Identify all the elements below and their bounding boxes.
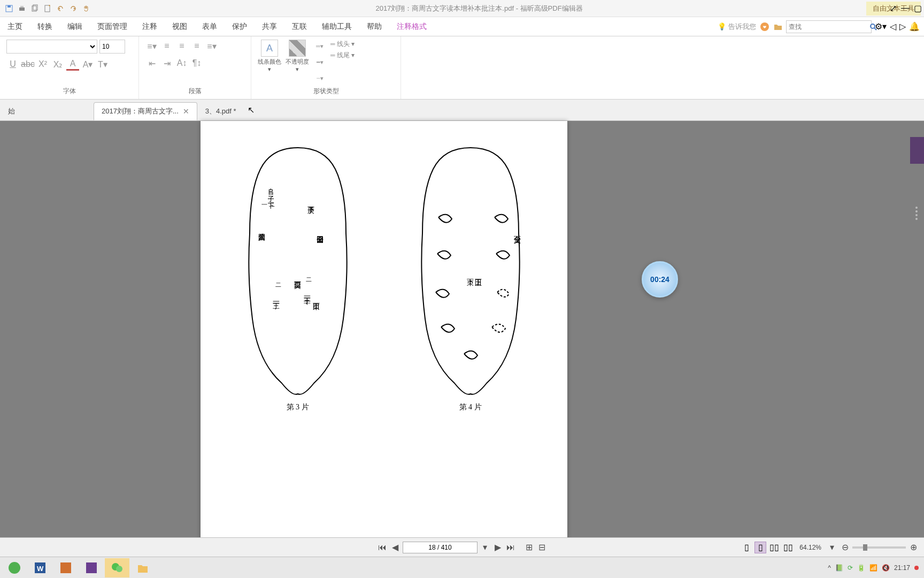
- tray-wifi-icon[interactable]: 📶: [869, 564, 877, 572]
- first-page-icon[interactable]: ⏮: [377, 542, 388, 553]
- highlight-icon[interactable]: A▾: [81, 58, 94, 71]
- document-tab-1[interactable]: 2017刘翔：商周古文字... ✕: [94, 102, 197, 120]
- nav-prev-icon[interactable]: ◁: [890, 21, 896, 32]
- maximize-icon[interactable]: ▢: [914, 3, 922, 13]
- svg-text:丁田朿: 丁田朿: [313, 303, 320, 310]
- recording-indicator-icon[interactable]: [914, 566, 919, 570]
- hand-icon[interactable]: [80, 3, 92, 14]
- reflow2-icon[interactable]: ⊟: [536, 542, 547, 553]
- tray-sync-icon[interactable]: ⟳: [848, 564, 853, 572]
- superscript-icon[interactable]: X²: [36, 58, 49, 71]
- tray-volume-icon[interactable]: 🔇: [882, 564, 890, 572]
- tab-share[interactable]: 共享: [255, 18, 284, 36]
- page-number-input[interactable]: [403, 542, 478, 553]
- document-tab-2[interactable]: 3、4.pdf *: [197, 102, 244, 120]
- indent-decrease-icon[interactable]: ⇤: [145, 57, 158, 70]
- minimize-icon[interactable]: —: [901, 3, 910, 13]
- line-weight-icon[interactable]: ━▾: [313, 56, 326, 69]
- zoom-slider[interactable]: [852, 546, 906, 549]
- copy-icon[interactable]: [29, 3, 41, 14]
- font-color-icon[interactable]: A: [66, 58, 79, 71]
- tab-home[interactable]: 主页: [0, 18, 30, 36]
- paragraph-spacing-icon[interactable]: ¶↕: [190, 57, 203, 70]
- search-box[interactable]: [786, 20, 872, 33]
- heart-icon[interactable]: [759, 21, 770, 32]
- collapse-ribbon-icon[interactable]: ⤢: [890, 3, 897, 13]
- line-color-button[interactable]: A 线条颜色▾: [258, 40, 281, 85]
- align-left-icon[interactable]: ≡: [160, 40, 173, 52]
- strikethrough-icon[interactable]: abc: [21, 58, 34, 71]
- wechat-icon[interactable]: [105, 558, 129, 577]
- edge-icon[interactable]: [2, 558, 27, 577]
- new-icon[interactable]: *: [42, 3, 53, 14]
- prev-page-icon[interactable]: ◀: [390, 542, 401, 553]
- tab-view[interactable]: 视图: [165, 18, 195, 36]
- pdf-page[interactable]: 𠂤子下 一 二 囧八丨父凶 庚子下 士囧囗囧田囧 百工父囗 二 丁三一十 丁田朿…: [201, 121, 567, 557]
- print-icon[interactable]: [16, 3, 28, 14]
- timer-widget[interactable]: 00:24: [642, 261, 678, 298]
- bell-icon[interactable]: 🔔: [909, 21, 920, 32]
- nav-next-icon[interactable]: ▷: [899, 21, 906, 32]
- tab-protect[interactable]: 保护: [225, 18, 255, 36]
- line-spacing-icon[interactable]: A↕: [175, 57, 188, 70]
- tray-battery-icon[interactable]: 🔋: [857, 564, 865, 572]
- single-page-icon[interactable]: ▯: [741, 542, 752, 553]
- folder-icon[interactable]: [773, 22, 783, 32]
- app3-icon[interactable]: [53, 558, 78, 577]
- font-family-combo[interactable]: [6, 40, 97, 54]
- opacity-button[interactable]: 不透明度▾: [286, 40, 309, 85]
- tab-page-manage[interactable]: 页面管理: [90, 18, 135, 36]
- underline-icon[interactable]: U: [6, 58, 19, 71]
- align-justify-icon[interactable]: ≡▾: [205, 40, 218, 52]
- zoom-out-icon[interactable]: ⊖: [840, 542, 850, 553]
- undo-icon[interactable]: [55, 3, 66, 14]
- word-icon[interactable]: W: [28, 558, 52, 577]
- tab-comment-format[interactable]: 注释格式: [389, 18, 434, 36]
- bullet-list-icon[interactable]: ≡▾: [145, 40, 158, 52]
- next-page-icon[interactable]: ▶: [492, 542, 503, 553]
- start-tab[interactable]: 始: [0, 102, 94, 120]
- reflow-icon[interactable]: ⊞: [523, 542, 534, 553]
- font-size-combo[interactable]: [99, 40, 125, 54]
- tab-help[interactable]: 帮助: [359, 18, 389, 36]
- tab-connect[interactable]: 互联: [284, 18, 314, 36]
- save-icon[interactable]: [3, 3, 15, 14]
- gear-icon[interactable]: ⚙▾: [875, 21, 887, 32]
- zoom-in-icon[interactable]: ⊕: [908, 542, 919, 553]
- explorer-icon[interactable]: [130, 558, 155, 577]
- facing-page-icon[interactable]: ▯▯: [768, 542, 780, 553]
- tab-edit[interactable]: 编辑: [60, 18, 90, 36]
- side-panel-handle[interactable]: [910, 137, 924, 164]
- quick-access-toolbar: *: [3, 3, 92, 14]
- search-input[interactable]: [789, 23, 869, 31]
- continuous-page-icon[interactable]: ▯: [754, 542, 766, 553]
- svg-text:丁三一十: 丁三一十: [304, 295, 311, 305]
- align-center-icon[interactable]: ≡: [175, 40, 188, 52]
- svg-text:士囧囗囧田囧: 士囧囗囧田囧: [317, 236, 324, 243]
- tab-accessibility[interactable]: 辅助工具: [314, 18, 359, 36]
- tab-form[interactable]: 表单: [195, 18, 225, 36]
- foxit-icon[interactable]: [79, 558, 104, 577]
- line-dash-icon[interactable]: ┈▾: [313, 72, 326, 85]
- tell-me-input[interactable]: 💡告诉我您: [718, 22, 756, 32]
- redo-icon[interactable]: [67, 3, 79, 14]
- tab-convert[interactable]: 转换: [30, 18, 60, 36]
- tray-wanxiang-icon[interactable]: 📗: [835, 564, 843, 572]
- line-style-icon[interactable]: ═▾: [313, 40, 326, 52]
- last-page-icon[interactable]: ⏭: [505, 542, 516, 553]
- line-tail-button[interactable]: ═ 线尾 ▾: [330, 51, 355, 60]
- subscript-icon[interactable]: X₂: [51, 58, 64, 71]
- zoom-dropdown-icon[interactable]: ▾: [827, 542, 837, 553]
- dots-handle[interactable]: [915, 207, 920, 228]
- text-case-icon[interactable]: T▾: [96, 58, 109, 71]
- tray-chevron-icon[interactable]: ^: [828, 564, 831, 572]
- document-workspace[interactable]: 𠂤子下 一 二 囧八丨父凶 庚子下 士囧囗囧田囧 百工父囗 二 丁三一十 丁田朿…: [0, 121, 924, 557]
- tab-comment[interactable]: 注释: [135, 18, 165, 36]
- align-right-icon[interactable]: ≡: [190, 40, 203, 52]
- indent-increase-icon[interactable]: ⇥: [160, 57, 173, 70]
- continuous-facing-icon[interactable]: ▯▯: [782, 542, 794, 553]
- close-tab-icon[interactable]: ✕: [183, 107, 189, 116]
- page-dropdown-icon[interactable]: ▾: [480, 542, 490, 553]
- tray-clock[interactable]: 21:17: [894, 564, 910, 572]
- line-head-button[interactable]: ═ 线头 ▾: [330, 40, 355, 49]
